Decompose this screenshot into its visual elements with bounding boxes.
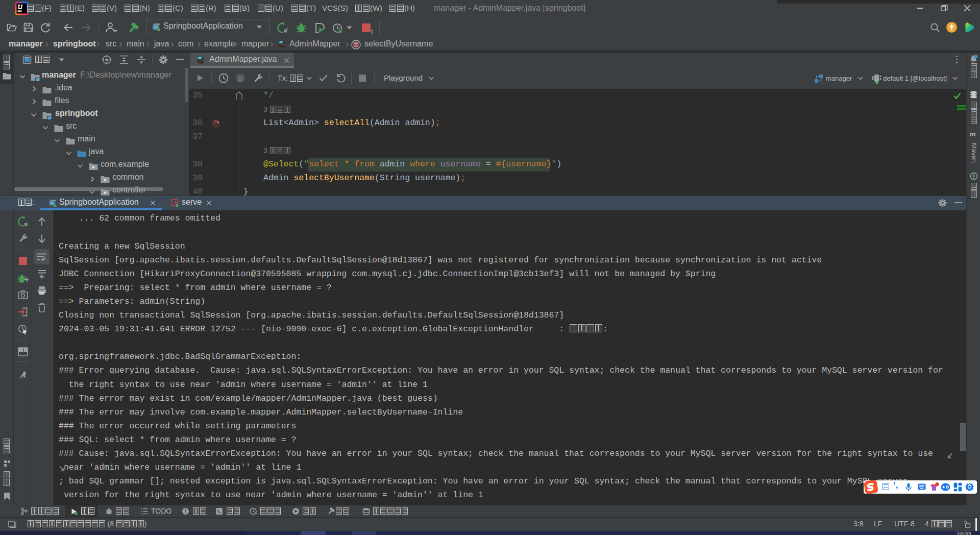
svg-text:2: 2 [371,30,373,35]
svg-text:p: p [238,75,242,82]
svg-text:m: m [354,42,358,47]
